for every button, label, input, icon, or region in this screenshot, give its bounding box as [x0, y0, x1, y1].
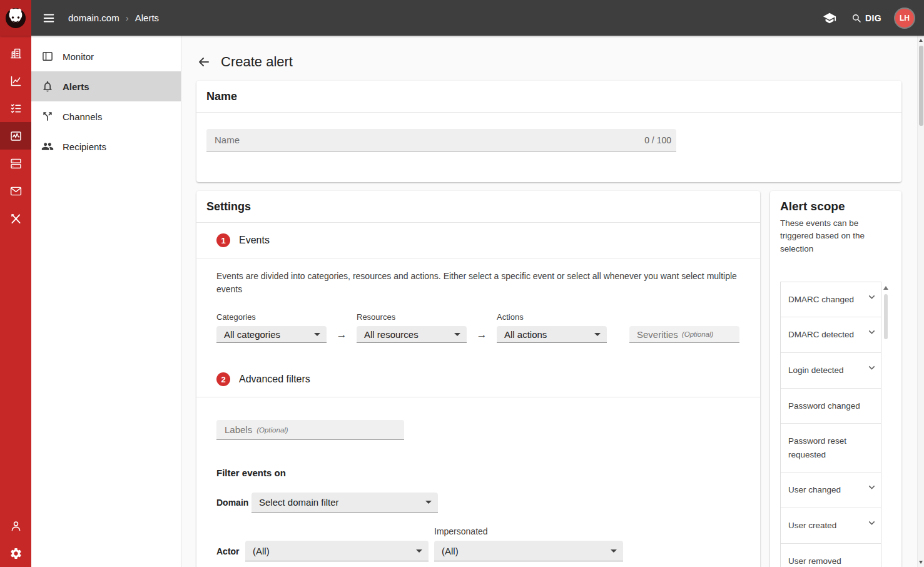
step-number-badge: 2: [216, 372, 230, 386]
page-title: Create alert: [221, 54, 293, 70]
buildings-icon: [9, 47, 23, 60]
dropdown-caret-icon: [454, 333, 460, 336]
rail-item-tools[interactable]: [0, 205, 31, 232]
app-logo[interactable]: [0, 0, 31, 36]
rail-item-analytics[interactable]: [0, 67, 31, 94]
dropdown-caret-icon: [314, 333, 320, 336]
line-chart-icon: [9, 74, 23, 88]
domain-filter-select[interactable]: Select domain filter: [251, 493, 438, 513]
scope-list-scrollbar[interactable]: [881, 282, 890, 567]
chevron-down-icon[interactable]: [866, 291, 878, 303]
chevron-down-icon[interactable]: [866, 326, 878, 338]
chevron-down-icon[interactable]: [866, 362, 878, 374]
breadcrumb-domain[interactable]: domain.com: [68, 13, 119, 23]
scope-event-password-changed[interactable]: Password changed: [781, 389, 881, 424]
checklist-icon: [9, 102, 23, 115]
menu-button[interactable]: [42, 11, 57, 26]
scope-event-label: User created: [788, 521, 836, 530]
bell-icon: [41, 80, 54, 93]
sidebar-item-label: Monitor: [63, 51, 94, 62]
sidebar-item-channels[interactable]: Channels: [31, 101, 181, 131]
mail-icon: [9, 185, 23, 198]
rail-item-settings[interactable]: [0, 539, 31, 567]
resources-label: Resources: [357, 312, 467, 322]
topbar-actions: DIG LH: [822, 9, 924, 28]
scroll-up-icon: [919, 39, 923, 42]
scope-event-dmarc-detected[interactable]: DMARC detected: [781, 317, 881, 353]
page-scrollbar[interactable]: [917, 36, 924, 567]
scope-event-user-changed[interactable]: User changed: [781, 472, 881, 508]
labels-field[interactable]: Labels (Optional): [216, 420, 404, 440]
dig-button[interactable]: DIG: [851, 13, 881, 24]
actor-group: Actor (All): [216, 541, 429, 561]
scope-event-label: DMARC detected: [788, 330, 854, 339]
actions-select-value: All actions: [504, 329, 547, 340]
scrollbar-up-button[interactable]: [918, 36, 924, 44]
rail-item-email[interactable]: [0, 177, 31, 205]
flow-arrow-icon: →: [327, 326, 357, 343]
academy-button[interactable]: [822, 11, 837, 26]
scroll-down-icon: [919, 561, 923, 564]
actor-filter-label: Actor: [216, 546, 245, 556]
char-counter: 0 / 100: [644, 135, 671, 145]
server-icon: [9, 157, 23, 170]
breadcrumb-section: Alerts: [135, 13, 159, 23]
severities-placeholder: Severities: [637, 329, 678, 340]
rail-item-domains[interactable]: [0, 39, 31, 67]
severities-field[interactable]: Severities (Optional): [629, 326, 739, 343]
rail-item-account[interactable]: [0, 512, 31, 539]
scope-event-login-detected[interactable]: Login detected: [781, 353, 881, 389]
divider: [196, 258, 760, 258]
rail-item-alerts[interactable]: [0, 122, 31, 150]
events-description: Events are divided into categories, reso…: [216, 270, 739, 296]
actions-select-group: Actions All actions: [497, 312, 607, 343]
step-advanced-filters-label: Advanced filters: [239, 374, 310, 385]
scrollbar-thumb[interactable]: [919, 46, 923, 126]
dropdown-caret-icon: [611, 549, 617, 553]
name-field[interactable]: 0 / 100: [206, 129, 676, 151]
sidebar-item-recipients[interactable]: Recipients: [31, 131, 181, 161]
actions-select[interactable]: All actions: [497, 326, 607, 343]
people-icon: [41, 140, 54, 153]
resources-select[interactable]: All resources: [357, 326, 467, 343]
scrollbar-down-button[interactable]: [918, 558, 924, 566]
scroll-up-icon[interactable]: [883, 286, 888, 290]
rail-item-tasks[interactable]: [0, 94, 31, 122]
scope-scroll-thumb[interactable]: [884, 294, 888, 339]
dropdown-caret-icon: [425, 501, 432, 504]
scope-event-label: DMARC changed: [788, 295, 854, 304]
scope-event-label: Password reset requested: [788, 436, 846, 459]
avatar[interactable]: LH: [895, 9, 914, 28]
scope-event-user-removed[interactable]: User removed: [781, 544, 881, 567]
sidebar-item-label: Alerts: [63, 81, 89, 92]
categories-select-group: Categories All categories: [216, 312, 327, 343]
sidebar-item-monitor[interactable]: Monitor: [31, 41, 181, 71]
scope-event-label: User changed: [788, 485, 841, 494]
alert-scope-panel: Alert scope These events can be triggere…: [770, 191, 901, 567]
categories-select[interactable]: All categories: [216, 326, 327, 343]
menu-icon: [42, 11, 56, 25]
step-number-badge: 1: [216, 233, 230, 247]
impersonated-group: Impersonated (All): [434, 526, 623, 561]
breadcrumb-separator: ›: [126, 13, 129, 23]
back-button[interactable]: [196, 54, 211, 69]
name-input[interactable]: [206, 129, 676, 151]
scope-event-dmarc-changed[interactable]: DMARC changed: [781, 282, 881, 318]
scope-event-user-created[interactable]: User created: [781, 508, 881, 544]
chevron-down-icon[interactable]: [866, 517, 878, 529]
labels-optional-hint: (Optional): [256, 426, 288, 434]
actor-filter-select[interactable]: (All): [245, 541, 429, 561]
scope-event-password-reset[interactable]: Password reset requested: [781, 424, 881, 472]
domain-filter-value: Select domain filter: [259, 497, 339, 508]
name-card-title: Name: [196, 81, 901, 112]
chevron-down-icon[interactable]: [866, 481, 878, 493]
gear-icon: [9, 547, 23, 560]
severities-optional-hint: (Optional): [682, 330, 714, 338]
domain-filter-row: Domain Select domain filter: [216, 493, 740, 513]
scope-event-label: User removed: [788, 556, 841, 566]
impersonated-select[interactable]: (All): [434, 541, 623, 561]
rail-item-dns[interactable]: [0, 150, 31, 177]
account-icon: [9, 519, 23, 533]
sidebar-item-alerts[interactable]: Alerts: [31, 71, 181, 101]
resources-select-group: Resources All resources: [357, 312, 467, 343]
